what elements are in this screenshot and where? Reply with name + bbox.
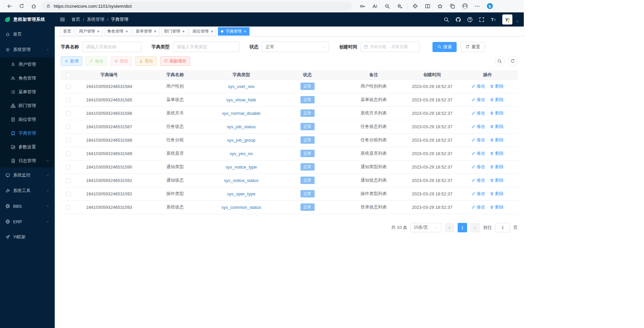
sidebar-item-bbs[interactable]: BBS [0,198,55,214]
zoom-out-button[interactable] [381,1,394,11]
sidebar-item-param-settings[interactable]: 参数设置 [0,140,55,154]
sidebar-item-log-management[interactable]: 日志管理 [0,154,55,168]
edit-button[interactable]: 修改 [86,56,107,66]
tab-post-management[interactable]: 岗位管理× [189,27,216,36]
sidebar-item-system-management[interactable]: 系统管理 [0,42,55,57]
sidebar-item-role-management[interactable]: 角色管理 [0,71,55,85]
key-button[interactable] [356,1,369,11]
row-delete-button[interactable]: 删除 [490,97,504,103]
row-checkbox[interactable] [66,165,71,170]
row-checkbox[interactable] [66,178,71,183]
dict-type-link[interactable]: sys_job_group [227,138,256,143]
favorites-bar-button[interactable] [434,1,446,11]
collections-button[interactable] [446,1,459,11]
row-delete-button[interactable]: 删除 [490,110,504,116]
row-delete-button[interactable]: 删除 [490,83,504,89]
toggle-search-button[interactable] [495,56,505,66]
tab-role-management[interactable]: 角色管理× [104,27,131,36]
question-icon[interactable] [467,17,473,22]
sidebar-item-home[interactable]: 首页 [0,27,55,42]
tab-close-icon[interactable]: × [154,29,156,34]
goto-page-input[interactable] [495,223,510,232]
tab-close-icon[interactable]: × [244,29,246,34]
dict-type-link[interactable]: sys_common_status [221,205,261,210]
row-edit-button[interactable]: 修改 [471,177,485,183]
github-icon[interactable] [455,17,461,22]
dict-type-link[interactable]: sys_normal_disable [222,111,261,116]
page-size-select[interactable]: 10条/页 [411,223,442,232]
back-button[interactable] [3,1,15,11]
sidebar-item-dept-management[interactable]: 部门管理 [0,99,55,112]
dict-type-link[interactable]: sys_show_hide [226,97,256,102]
row-checkbox[interactable] [66,138,71,143]
sidebar-item-yi-framework[interactable]: Yi框架 [0,229,55,245]
status-select[interactable]: 正常 [262,42,329,52]
tab-home[interactable]: 首页 [60,27,74,36]
row-delete-button[interactable]: 删除 [490,137,504,143]
reset-button[interactable]: 重置 [461,42,485,52]
sidebar-toggle-icon[interactable] [59,16,65,22]
profile-button[interactable] [459,1,471,11]
row-edit-button[interactable]: 修改 [471,204,485,210]
address-bar[interactable]: https://ccnetcore.com:1101/system/dict [42,2,352,11]
sidebar-item-system-tools[interactable]: 系统工具 [0,183,55,198]
dict-type-link[interactable]: sys_user_sex [228,84,255,89]
tab-close-icon[interactable]: × [211,29,213,34]
row-edit-button[interactable]: 修改 [471,164,485,170]
sidebar-item-post-management[interactable]: 岗位管理 [0,112,55,126]
sidebar-item-user-management[interactable]: 用户管理 [0,57,55,71]
row-delete-button[interactable]: 删除 [490,164,504,170]
read-aloud-button[interactable] [369,1,381,11]
refresh-button[interactable] [15,1,28,11]
search-icon[interactable] [444,17,449,22]
page-number-button[interactable]: 1 [458,223,467,232]
row-edit-button[interactable]: 修改 [471,97,485,103]
sidebar-item-erp[interactable]: ERP [0,214,55,229]
dict-type-link[interactable]: sys_yes_no [230,151,253,156]
dict-type-link[interactable]: sys_notice_status [224,178,259,183]
row-delete-button[interactable]: 删除 [490,177,504,183]
refresh-table-button[interactable] [508,56,518,66]
font-size-icon[interactable]: TT [491,17,496,22]
search-button[interactable]: 搜索 [432,42,457,52]
bing-button[interactable]: b [484,1,496,11]
next-page-button[interactable] [470,223,480,232]
tab-dept-management[interactable]: 部门管理× [161,27,188,36]
select-all-checkbox[interactable] [66,73,71,78]
delete-button[interactable]: 删除 [110,56,132,66]
refresh-cache-button[interactable]: 刷新缓存 [160,56,190,66]
dict-type-link[interactable]: sys_notice_type [226,165,257,170]
row-edit-button[interactable]: 修改 [471,124,485,130]
dict-type-link[interactable]: sys_oper_type [227,191,256,196]
breadcrumb-item[interactable]: 首页 [72,16,80,22]
tab-menu-management[interactable]: 菜单管理× [133,27,159,36]
export-button[interactable]: 导出 [135,56,157,66]
home-button[interactable] [28,1,40,11]
tab-dict-management[interactable]: 字典管理× [218,27,249,36]
row-edit-button[interactable]: 修改 [471,83,485,89]
user-avatar[interactable]: Yj [502,14,512,25]
row-checkbox[interactable] [66,125,71,129]
tab-user-management[interactable]: 用户管理× [76,27,103,36]
row-checkbox[interactable] [66,111,71,116]
row-checkbox[interactable] [66,84,71,89]
tab-close-icon[interactable]: × [126,29,128,34]
extensions-button[interactable] [409,1,421,11]
row-edit-button[interactable]: 修改 [471,110,485,116]
add-button[interactable]: 新增 [61,56,82,66]
row-checkbox[interactable] [66,98,71,102]
dict-type-link[interactable]: sys_job_status [227,124,256,129]
dict-name-input[interactable] [82,42,141,52]
sidebar-item-system-monitor[interactable]: 系统监控 [0,168,55,183]
row-delete-button[interactable]: 删除 [490,150,504,156]
split-screen-button[interactable] [421,1,434,11]
row-checkbox[interactable] [66,151,71,156]
date-range-picker[interactable]: 开始日期 - 结束日期 [361,42,420,52]
row-delete-button[interactable]: 删除 [490,204,504,210]
row-checkbox[interactable] [66,205,71,210]
more-button[interactable] [471,1,484,11]
row-edit-button[interactable]: 修改 [471,191,485,197]
row-checkbox[interactable] [66,192,71,196]
dict-type-input[interactable] [173,42,239,52]
fullscreen-icon[interactable] [479,17,485,22]
